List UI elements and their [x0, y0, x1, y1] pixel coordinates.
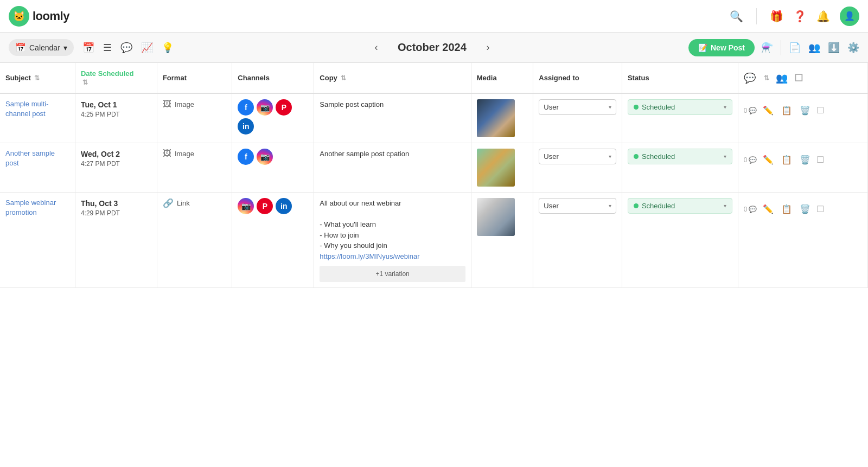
date-day: Thu, Oct 3: [81, 198, 151, 209]
row-checkbox[interactable]: ☐: [816, 155, 824, 165]
copy-cell: Another sample post cpation: [314, 143, 471, 193]
channels-cell: f📷Pin: [232, 93, 314, 143]
avatar[interactable]: 👤: [840, 7, 859, 26]
comment-bubble-icon[interactable]: 💬: [749, 206, 757, 213]
copy-link[interactable]: https://loom.ly/3MINyus/webinar: [320, 252, 419, 260]
format-label: Image: [175, 150, 194, 158]
date-time: 4:29 PM PDT: [81, 209, 151, 217]
actions-checkbox-icon: ☐: [794, 72, 803, 84]
assign-value: User: [544, 202, 558, 210]
gift-icon[interactable]: 🎁: [770, 10, 783, 23]
search-icon[interactable]: 🔍: [730, 10, 743, 23]
download-icon[interactable]: ⬇️: [828, 42, 840, 54]
sub-nav-right: ⚗️ 📄 👥 ⬇️ ⚙️: [761, 40, 859, 55]
row-checkbox[interactable]: ☐: [816, 105, 824, 116]
assign-select[interactable]: User▾: [539, 198, 616, 214]
next-month-button[interactable]: ›: [482, 40, 494, 55]
status-badge[interactable]: Scheduled▾: [628, 149, 732, 164]
actions-cell: 0 💬 ✏️ 📋 🗑️ ☐: [738, 193, 867, 288]
bulb-view-icon[interactable]: 💡: [159, 40, 176, 56]
assigned-cell: User▾: [533, 93, 622, 143]
format-icon: 🖼: [163, 99, 171, 109]
edit-button[interactable]: ✏️: [761, 153, 775, 167]
channel-pi-icon[interactable]: P: [257, 198, 273, 214]
edit-button[interactable]: ✏️: [761, 202, 775, 216]
col-header-format: Format: [157, 63, 232, 93]
subject-sort-icon[interactable]: ⇅: [34, 74, 40, 82]
prev-month-button[interactable]: ‹: [370, 40, 382, 55]
assign-select[interactable]: User▾: [539, 149, 616, 164]
copy-cell: Sample post caption: [314, 93, 471, 143]
chat-view-icon[interactable]: 💬: [118, 40, 135, 56]
filter-icon[interactable]: ⚗️: [761, 42, 773, 54]
edit-button[interactable]: ✏️: [761, 104, 775, 117]
channel-li-icon[interactable]: in: [276, 198, 292, 214]
channel-ig-icon[interactable]: 📷: [257, 99, 273, 116]
duplicate-button[interactable]: 📋: [780, 153, 794, 167]
bell-icon[interactable]: 🔔: [816, 10, 830, 23]
actions-comment-icon: 💬: [744, 72, 756, 84]
delete-button[interactable]: 🗑️: [798, 202, 812, 216]
copy-sort-icon[interactable]: ⇅: [341, 74, 346, 82]
channel-li-icon[interactable]: in: [238, 118, 254, 135]
status-badge[interactable]: Scheduled▾: [628, 99, 732, 115]
list-view-icon[interactable]: ☰: [101, 40, 114, 56]
date-day: Tue, Oct 1: [81, 99, 151, 111]
subject-link[interactable]: Sample webinar promotion: [5, 199, 56, 216]
date-time: 4:27 PM PDT: [81, 160, 151, 168]
actions-cell: 0 💬 ✏️ 📋 🗑️ ☐: [738, 93, 867, 143]
settings-icon[interactable]: ⚙️: [847, 42, 859, 54]
channel-pi-icon[interactable]: P: [276, 99, 292, 116]
channels-cell: 📷Pin: [232, 193, 314, 288]
row-checkbox[interactable]: ☐: [816, 204, 824, 214]
media-thumbnail[interactable]: [477, 198, 515, 236]
new-post-icon: 📝: [698, 43, 707, 52]
delete-button[interactable]: 🗑️: [798, 153, 812, 167]
month-view-icon[interactable]: 📅: [80, 40, 97, 56]
help-icon[interactable]: ❓: [793, 10, 807, 23]
table-header-row: Subject ⇅ Date Scheduled ⇅ Format Channe…: [0, 63, 868, 93]
calendar-label: Calendar: [29, 43, 60, 52]
status-cell: Scheduled▾: [622, 193, 738, 288]
doc-icon[interactable]: 📄: [789, 42, 801, 54]
sub-navigation: 📅 Calendar ▾ 📅 ☰ 💬 📈 💡 ‹ October 2024 › …: [0, 33, 868, 63]
date-cell: Tue, Oct 14:25 PM PDT: [75, 93, 157, 143]
col-header-actions: 💬 ⇅ 👥 ☐: [738, 63, 867, 93]
comment-bubble-icon[interactable]: 💬: [749, 107, 757, 114]
assign-value: User: [544, 152, 558, 161]
status-label: Scheduled: [642, 152, 675, 161]
media-thumbnail[interactable]: [477, 149, 515, 187]
col-header-copy: Copy ⇅: [314, 63, 471, 93]
team-icon[interactable]: 👥: [808, 42, 820, 54]
duplicate-button[interactable]: 📋: [780, 202, 794, 216]
table-row: Another sample postWed, Oct 24:27 PM PDT…: [0, 143, 868, 193]
assign-select[interactable]: User▾: [539, 99, 616, 115]
status-badge[interactable]: Scheduled▾: [628, 198, 732, 214]
duplicate-button[interactable]: 📋: [780, 104, 794, 117]
actions-sort-icon[interactable]: ⇅: [764, 74, 769, 82]
channel-ig-icon[interactable]: 📷: [257, 149, 273, 165]
top-navigation: 🐱 loomly 🔍 🎁 ❓ 🔔 👤: [0, 0, 868, 33]
logo-icon: 🐱: [9, 6, 29, 27]
variation-badge[interactable]: +1 variation: [320, 266, 465, 282]
subject-cell: Sample multi-channel post: [0, 93, 75, 143]
channel-ig-icon[interactable]: 📷: [238, 198, 254, 214]
comment-icon: 0: [744, 107, 748, 114]
subject-link[interactable]: Another sample post: [5, 149, 55, 167]
status-arrow-icon: ▾: [724, 203, 726, 209]
calendar-button[interactable]: 📅 Calendar ▾: [9, 39, 74, 56]
comment-count: 0 💬: [744, 107, 757, 114]
format-icon: 🖼: [163, 149, 171, 158]
comment-bubble-icon[interactable]: 💬: [749, 156, 757, 164]
posts-table: Subject ⇅ Date Scheduled ⇅ Format Channe…: [0, 63, 868, 288]
subject-link[interactable]: Sample multi-channel post: [5, 100, 48, 118]
status-label: Scheduled: [642, 202, 675, 210]
channel-fb-icon[interactable]: f: [238, 149, 254, 165]
table-row: Sample webinar promotionThu, Oct 34:29 P…: [0, 193, 868, 288]
media-thumbnail[interactable]: [477, 99, 515, 137]
delete-button[interactable]: 🗑️: [798, 104, 812, 117]
channel-fb-icon[interactable]: f: [238, 99, 254, 116]
new-post-button[interactable]: 📝 New Post: [688, 39, 755, 56]
chart-view-icon[interactable]: 📈: [139, 40, 155, 56]
date-sort-icon[interactable]: ⇅: [82, 79, 88, 86]
